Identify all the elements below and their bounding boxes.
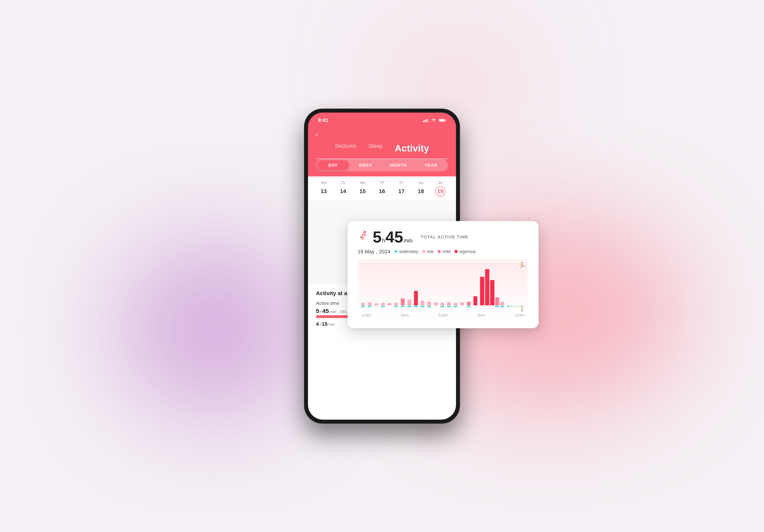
partial-min-unit: min	[328, 322, 335, 327]
status-bar: 9:41	[308, 112, 456, 126]
legend-sedentary: sedentary	[394, 249, 418, 254]
svg-rect-49	[513, 305, 515, 307]
active-h-unit: h	[320, 309, 322, 314]
svg-rect-35	[454, 305, 458, 307]
card-stat-row: 5 h 45 min TOTAL ACTIVE TIME	[357, 229, 529, 245]
chart-area: 🏃 🚶	[357, 259, 529, 322]
period-pill-week[interactable]: WEEK	[350, 160, 382, 170]
signal-icon	[423, 118, 429, 122]
svg-point-7	[363, 231, 366, 233]
svg-rect-47	[507, 305, 510, 307]
period-pill-month[interactable]: MONTH	[382, 160, 414, 170]
chart-x-labels: 12am 6am 12pm 6pm 12am	[359, 311, 527, 317]
svg-rect-50	[516, 305, 518, 307]
cal-day-num-18: 18	[416, 186, 426, 197]
legend-dot-low	[422, 250, 426, 253]
svg-rect-41	[485, 269, 489, 305]
cal-day-16[interactable]: Th 16	[377, 180, 387, 197]
cal-day-18[interactable]: Sa 18	[416, 180, 426, 197]
x-label-12am-end: 12am	[515, 313, 525, 317]
chart-runner-icon: 🏃	[518, 262, 526, 268]
svg-rect-5	[439, 119, 444, 121]
period-pills: DAY WEEK MONTH YEAR	[316, 159, 448, 171]
cal-day-num-17: 17	[396, 186, 407, 197]
cal-day-17[interactable]: Fr 17	[396, 180, 407, 197]
svg-rect-43	[495, 297, 499, 305]
tab-activity[interactable]: Activity	[395, 143, 429, 154]
period-pill-year[interactable]: YEAR	[415, 160, 447, 170]
svg-rect-22	[407, 305, 411, 307]
svg-rect-2	[426, 119, 427, 122]
legend-dot-mild	[438, 250, 441, 253]
svg-rect-31	[441, 305, 445, 307]
svg-rect-38	[467, 305, 471, 307]
stat-h-label: h	[382, 237, 385, 244]
svg-rect-9	[361, 303, 365, 305]
cal-day-15[interactable]: We 15	[357, 180, 368, 197]
x-label-12am: 12am	[361, 313, 371, 317]
legend-dot-vigorous	[455, 250, 458, 253]
card-date-row: 19 May , 2024 sedentary low mild vigorou…	[357, 249, 529, 255]
phone-wrapper: 9:41	[304, 109, 460, 423]
wifi-icon	[431, 118, 437, 122]
svg-rect-10	[361, 305, 365, 307]
cal-day-num-16: 16	[377, 186, 387, 197]
cal-day-name-tu: Tu	[341, 180, 345, 185]
svg-rect-37	[467, 301, 471, 305]
svg-rect-46	[500, 305, 504, 307]
card-date: 19 May , 2024	[357, 249, 390, 255]
svg-rect-36	[460, 302, 464, 305]
svg-rect-11	[368, 302, 372, 305]
svg-rect-33	[447, 305, 451, 307]
calendar-row: Mo 13 Tu 14 We 15 Th 16 Fr 17	[308, 176, 456, 201]
svg-rect-42	[490, 280, 494, 305]
svg-rect-29	[434, 302, 438, 305]
stat-time: 5 h 45 min	[373, 229, 412, 245]
svg-rect-21	[407, 299, 411, 305]
x-label-6pm: 6pm	[478, 313, 485, 317]
svg-rect-20	[401, 305, 405, 307]
svg-rect-40	[480, 276, 484, 305]
svg-rect-12	[368, 305, 372, 307]
svg-rect-32	[447, 302, 451, 305]
cal-day-num-19: 19	[435, 186, 446, 197]
cal-day-13[interactable]: Mo 13	[318, 180, 329, 197]
total-label: TOTAL ACTIVE TIME	[420, 234, 468, 240]
svg-rect-25	[421, 300, 425, 305]
tab-sleep[interactable]: Sleep	[368, 143, 383, 154]
svg-rect-24	[414, 305, 418, 307]
period-selector: DAY WEEK MONTH YEAR	[308, 159, 456, 176]
svg-rect-27	[427, 301, 431, 305]
cal-day-name-mo: Mo	[321, 180, 326, 185]
svg-rect-17	[394, 303, 398, 305]
svg-rect-0	[423, 121, 424, 122]
tab-seizures[interactable]: Seizures	[335, 143, 356, 154]
cal-day-14[interactable]: Tu 14	[338, 180, 348, 197]
header-area: ‹ Seizures Sleep Activity	[308, 126, 456, 159]
nav-tabs: Seizures Sleep Activity	[316, 140, 448, 158]
cal-day-num-13: 13	[318, 186, 329, 197]
cal-day-name-th: Th	[380, 180, 384, 185]
back-button[interactable]: ‹	[316, 130, 448, 138]
x-label-12pm: 12pm	[438, 313, 448, 317]
svg-rect-23	[414, 291, 418, 305]
stat-minutes: 45	[385, 229, 403, 245]
status-icons	[423, 118, 446, 122]
cal-day-name-su: Su	[438, 180, 443, 185]
svg-rect-14	[381, 303, 385, 305]
svg-rect-45	[500, 301, 504, 305]
svg-rect-26	[421, 305, 425, 307]
chart-card: 5 h 45 min TOTAL ACTIVE TIME 19 May , 20…	[348, 221, 539, 328]
cal-day-name-fr: Fr	[400, 180, 403, 185]
legend-low: low	[422, 249, 434, 254]
period-pill-day[interactable]: DAY	[317, 160, 349, 170]
active-min-unit: min	[330, 309, 336, 314]
legend-mild: mild	[438, 249, 451, 254]
stat-hours: 5	[373, 229, 382, 245]
chart-walk-icon: 🚶	[519, 305, 526, 312]
cal-day-19[interactable]: Su 19	[435, 180, 446, 197]
svg-rect-34	[454, 303, 458, 305]
x-label-6am: 6am	[401, 313, 409, 317]
svg-rect-19	[401, 298, 405, 305]
svg-rect-6	[445, 120, 446, 121]
